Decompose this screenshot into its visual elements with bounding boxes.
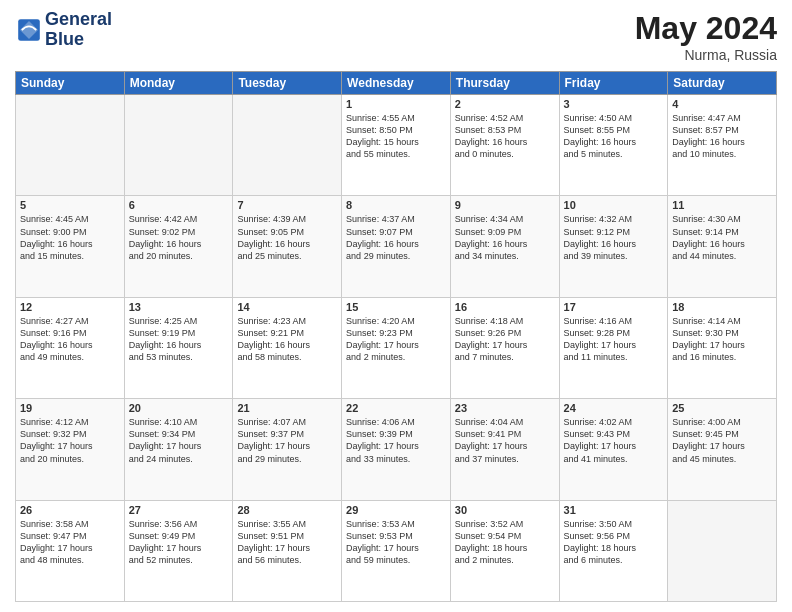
day-info: Sunrise: 4:27 AM Sunset: 9:16 PM Dayligh… (20, 315, 120, 364)
logo: General Blue (15, 10, 112, 50)
calendar-week-row: 12Sunrise: 4:27 AM Sunset: 9:16 PM Dayli… (16, 297, 777, 398)
calendar-week-row: 26Sunrise: 3:58 AM Sunset: 9:47 PM Dayli… (16, 500, 777, 601)
logo-name: General Blue (45, 10, 112, 50)
calendar-cell: 9Sunrise: 4:34 AM Sunset: 9:09 PM Daylig… (450, 196, 559, 297)
day-info: Sunrise: 4:52 AM Sunset: 8:53 PM Dayligh… (455, 112, 555, 161)
calendar-week-row: 19Sunrise: 4:12 AM Sunset: 9:32 PM Dayli… (16, 399, 777, 500)
day-number: 16 (455, 301, 555, 313)
day-info: Sunrise: 4:02 AM Sunset: 9:43 PM Dayligh… (564, 416, 664, 465)
day-info: Sunrise: 4:20 AM Sunset: 9:23 PM Dayligh… (346, 315, 446, 364)
day-number: 22 (346, 402, 446, 414)
day-number: 31 (564, 504, 664, 516)
day-number: 30 (455, 504, 555, 516)
day-number: 4 (672, 98, 772, 110)
day-number: 19 (20, 402, 120, 414)
day-info: Sunrise: 3:50 AM Sunset: 9:56 PM Dayligh… (564, 518, 664, 567)
calendar-table: SundayMondayTuesdayWednesdayThursdayFrid… (15, 71, 777, 602)
header: General Blue May 2024 Nurma, Russia (15, 10, 777, 63)
title-block: May 2024 Nurma, Russia (635, 10, 777, 63)
day-number: 20 (129, 402, 229, 414)
day-number: 15 (346, 301, 446, 313)
day-info: Sunrise: 4:42 AM Sunset: 9:02 PM Dayligh… (129, 213, 229, 262)
calendar-cell: 17Sunrise: 4:16 AM Sunset: 9:28 PM Dayli… (559, 297, 668, 398)
calendar-cell: 11Sunrise: 4:30 AM Sunset: 9:14 PM Dayli… (668, 196, 777, 297)
calendar-cell: 31Sunrise: 3:50 AM Sunset: 9:56 PM Dayli… (559, 500, 668, 601)
day-number: 14 (237, 301, 337, 313)
day-info: Sunrise: 4:37 AM Sunset: 9:07 PM Dayligh… (346, 213, 446, 262)
calendar-week-row: 1Sunrise: 4:55 AM Sunset: 8:50 PM Daylig… (16, 95, 777, 196)
day-info: Sunrise: 4:06 AM Sunset: 9:39 PM Dayligh… (346, 416, 446, 465)
weekday-header: Monday (124, 72, 233, 95)
calendar-cell: 12Sunrise: 4:27 AM Sunset: 9:16 PM Dayli… (16, 297, 125, 398)
calendar-cell: 10Sunrise: 4:32 AM Sunset: 9:12 PM Dayli… (559, 196, 668, 297)
calendar-cell: 24Sunrise: 4:02 AM Sunset: 9:43 PM Dayli… (559, 399, 668, 500)
calendar-cell: 20Sunrise: 4:10 AM Sunset: 9:34 PM Dayli… (124, 399, 233, 500)
logo-icon (17, 18, 41, 42)
calendar-cell: 13Sunrise: 4:25 AM Sunset: 9:19 PM Dayli… (124, 297, 233, 398)
calendar-cell: 19Sunrise: 4:12 AM Sunset: 9:32 PM Dayli… (16, 399, 125, 500)
day-number: 12 (20, 301, 120, 313)
calendar-cell (16, 95, 125, 196)
calendar-cell: 29Sunrise: 3:53 AM Sunset: 9:53 PM Dayli… (342, 500, 451, 601)
day-number: 13 (129, 301, 229, 313)
day-info: Sunrise: 4:14 AM Sunset: 9:30 PM Dayligh… (672, 315, 772, 364)
calendar-cell: 22Sunrise: 4:06 AM Sunset: 9:39 PM Dayli… (342, 399, 451, 500)
calendar-cell: 21Sunrise: 4:07 AM Sunset: 9:37 PM Dayli… (233, 399, 342, 500)
calendar-cell: 14Sunrise: 4:23 AM Sunset: 9:21 PM Dayli… (233, 297, 342, 398)
calendar-cell: 28Sunrise: 3:55 AM Sunset: 9:51 PM Dayli… (233, 500, 342, 601)
day-info: Sunrise: 4:47 AM Sunset: 8:57 PM Dayligh… (672, 112, 772, 161)
calendar-cell (233, 95, 342, 196)
day-number: 7 (237, 199, 337, 211)
day-number: 24 (564, 402, 664, 414)
day-info: Sunrise: 3:52 AM Sunset: 9:54 PM Dayligh… (455, 518, 555, 567)
calendar-cell: 6Sunrise: 4:42 AM Sunset: 9:02 PM Daylig… (124, 196, 233, 297)
day-number: 28 (237, 504, 337, 516)
day-info: Sunrise: 4:18 AM Sunset: 9:26 PM Dayligh… (455, 315, 555, 364)
day-number: 25 (672, 402, 772, 414)
calendar-cell: 26Sunrise: 3:58 AM Sunset: 9:47 PM Dayli… (16, 500, 125, 601)
weekday-header: Saturday (668, 72, 777, 95)
day-info: Sunrise: 4:07 AM Sunset: 9:37 PM Dayligh… (237, 416, 337, 465)
day-number: 11 (672, 199, 772, 211)
day-info: Sunrise: 4:10 AM Sunset: 9:34 PM Dayligh… (129, 416, 229, 465)
month-year: May 2024 (635, 10, 777, 47)
calendar-header-row: SundayMondayTuesdayWednesdayThursdayFrid… (16, 72, 777, 95)
calendar-cell: 2Sunrise: 4:52 AM Sunset: 8:53 PM Daylig… (450, 95, 559, 196)
day-info: Sunrise: 3:58 AM Sunset: 9:47 PM Dayligh… (20, 518, 120, 567)
calendar-cell: 4Sunrise: 4:47 AM Sunset: 8:57 PM Daylig… (668, 95, 777, 196)
day-info: Sunrise: 4:00 AM Sunset: 9:45 PM Dayligh… (672, 416, 772, 465)
day-info: Sunrise: 4:32 AM Sunset: 9:12 PM Dayligh… (564, 213, 664, 262)
day-number: 23 (455, 402, 555, 414)
weekday-header: Sunday (16, 72, 125, 95)
day-info: Sunrise: 4:04 AM Sunset: 9:41 PM Dayligh… (455, 416, 555, 465)
day-number: 3 (564, 98, 664, 110)
calendar-cell: 16Sunrise: 4:18 AM Sunset: 9:26 PM Dayli… (450, 297, 559, 398)
day-info: Sunrise: 4:55 AM Sunset: 8:50 PM Dayligh… (346, 112, 446, 161)
weekday-header: Thursday (450, 72, 559, 95)
day-number: 1 (346, 98, 446, 110)
day-number: 10 (564, 199, 664, 211)
calendar-cell: 7Sunrise: 4:39 AM Sunset: 9:05 PM Daylig… (233, 196, 342, 297)
day-info: Sunrise: 4:30 AM Sunset: 9:14 PM Dayligh… (672, 213, 772, 262)
day-info: Sunrise: 3:53 AM Sunset: 9:53 PM Dayligh… (346, 518, 446, 567)
day-number: 29 (346, 504, 446, 516)
day-number: 9 (455, 199, 555, 211)
calendar-cell: 8Sunrise: 4:37 AM Sunset: 9:07 PM Daylig… (342, 196, 451, 297)
calendar-cell (124, 95, 233, 196)
day-info: Sunrise: 4:16 AM Sunset: 9:28 PM Dayligh… (564, 315, 664, 364)
day-number: 18 (672, 301, 772, 313)
day-info: Sunrise: 4:50 AM Sunset: 8:55 PM Dayligh… (564, 112, 664, 161)
day-info: Sunrise: 4:45 AM Sunset: 9:00 PM Dayligh… (20, 213, 120, 262)
day-number: 6 (129, 199, 229, 211)
weekday-header: Friday (559, 72, 668, 95)
day-number: 2 (455, 98, 555, 110)
day-info: Sunrise: 4:39 AM Sunset: 9:05 PM Dayligh… (237, 213, 337, 262)
day-info: Sunrise: 3:55 AM Sunset: 9:51 PM Dayligh… (237, 518, 337, 567)
weekday-header: Tuesday (233, 72, 342, 95)
day-number: 5 (20, 199, 120, 211)
calendar-cell (668, 500, 777, 601)
calendar-cell: 5Sunrise: 4:45 AM Sunset: 9:00 PM Daylig… (16, 196, 125, 297)
calendar-cell: 23Sunrise: 4:04 AM Sunset: 9:41 PM Dayli… (450, 399, 559, 500)
day-number: 21 (237, 402, 337, 414)
calendar-week-row: 5Sunrise: 4:45 AM Sunset: 9:00 PM Daylig… (16, 196, 777, 297)
